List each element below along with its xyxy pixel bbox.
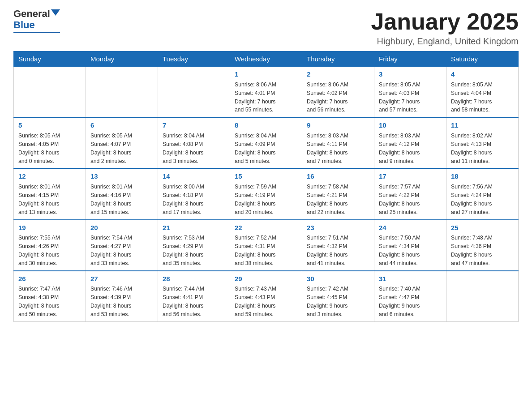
calendar-week-row: 1Sunrise: 8:06 AM Sunset: 4:01 PM Daylig… xyxy=(14,67,519,118)
table-row: 10Sunrise: 8:03 AM Sunset: 4:12 PM Dayli… xyxy=(374,117,446,168)
table-row: 12Sunrise: 8:01 AM Sunset: 4:15 PM Dayli… xyxy=(14,168,86,219)
day-info: Sunrise: 7:47 AM Sunset: 4:38 PM Dayligh… xyxy=(18,285,81,319)
table-row xyxy=(86,67,158,118)
table-row: 11Sunrise: 8:02 AM Sunset: 4:13 PM Dayli… xyxy=(446,117,519,168)
day-info: Sunrise: 7:46 AM Sunset: 4:39 PM Dayligh… xyxy=(90,285,153,319)
day-info: Sunrise: 7:42 AM Sunset: 4:45 PM Dayligh… xyxy=(307,285,369,319)
table-row: 9Sunrise: 8:03 AM Sunset: 4:11 PM Daylig… xyxy=(302,117,374,168)
day-info: Sunrise: 8:01 AM Sunset: 4:15 PM Dayligh… xyxy=(18,183,81,217)
logo: General Blue xyxy=(13,9,60,33)
day-number: 7 xyxy=(163,120,225,131)
col-wednesday: Wednesday xyxy=(230,51,302,67)
table-row: 25Sunrise: 7:48 AM Sunset: 4:36 PM Dayli… xyxy=(446,220,519,271)
location-label: Highbury, England, United Kingdom xyxy=(371,36,519,47)
table-row: 29Sunrise: 7:43 AM Sunset: 4:43 PM Dayli… xyxy=(230,271,302,322)
day-info: Sunrise: 8:05 AM Sunset: 4:07 PM Dayligh… xyxy=(90,132,153,166)
day-info: Sunrise: 8:06 AM Sunset: 4:02 PM Dayligh… xyxy=(307,81,369,115)
day-info: Sunrise: 7:53 AM Sunset: 4:29 PM Dayligh… xyxy=(163,234,225,268)
table-row xyxy=(14,67,86,118)
table-row xyxy=(446,271,519,322)
day-info: Sunrise: 8:04 AM Sunset: 4:09 PM Dayligh… xyxy=(235,132,297,166)
col-monday: Monday xyxy=(86,51,158,67)
day-info: Sunrise: 7:48 AM Sunset: 4:36 PM Dayligh… xyxy=(451,234,514,268)
day-number: 23 xyxy=(307,223,369,233)
day-info: Sunrise: 7:58 AM Sunset: 4:21 PM Dayligh… xyxy=(307,183,369,217)
day-number: 2 xyxy=(307,69,369,80)
table-row: 26Sunrise: 7:47 AM Sunset: 4:38 PM Dayli… xyxy=(14,271,86,322)
table-row: 18Sunrise: 7:56 AM Sunset: 4:24 PM Dayli… xyxy=(446,168,519,219)
calendar-week-row: 19Sunrise: 7:55 AM Sunset: 4:26 PM Dayli… xyxy=(14,220,519,271)
day-info: Sunrise: 8:01 AM Sunset: 4:16 PM Dayligh… xyxy=(90,183,153,217)
day-number: 25 xyxy=(451,223,514,233)
day-info: Sunrise: 8:05 AM Sunset: 4:04 PM Dayligh… xyxy=(451,81,514,115)
day-number: 31 xyxy=(379,274,442,284)
calendar-title: January 2025 xyxy=(371,9,519,34)
day-number: 20 xyxy=(90,223,153,233)
day-number: 13 xyxy=(90,171,153,182)
table-row: 3Sunrise: 8:05 AM Sunset: 4:03 PM Daylig… xyxy=(374,67,446,118)
col-sunday: Sunday xyxy=(14,51,86,67)
logo-triangle-icon xyxy=(51,9,60,17)
table-row: 22Sunrise: 7:52 AM Sunset: 4:31 PM Dayli… xyxy=(230,220,302,271)
col-thursday: Thursday xyxy=(302,51,374,67)
col-saturday: Saturday xyxy=(446,51,519,67)
table-row: 17Sunrise: 7:57 AM Sunset: 4:22 PM Dayli… xyxy=(374,168,446,219)
day-number: 18 xyxy=(451,171,514,182)
day-number: 27 xyxy=(90,274,153,284)
day-number: 26 xyxy=(18,274,81,284)
day-info: Sunrise: 8:03 AM Sunset: 4:12 PM Dayligh… xyxy=(379,132,442,166)
logo-underline xyxy=(13,32,60,33)
day-info: Sunrise: 8:06 AM Sunset: 4:01 PM Dayligh… xyxy=(235,81,297,115)
day-number: 22 xyxy=(235,223,297,233)
page-header: General Blue January 2025 Highbury, Engl… xyxy=(13,9,519,47)
title-section: January 2025 Highbury, England, United K… xyxy=(371,9,519,47)
day-number: 1 xyxy=(235,69,297,80)
day-info: Sunrise: 7:50 AM Sunset: 4:34 PM Dayligh… xyxy=(379,234,442,268)
table-row: 4Sunrise: 8:05 AM Sunset: 4:04 PM Daylig… xyxy=(446,67,519,118)
calendar-week-row: 26Sunrise: 7:47 AM Sunset: 4:38 PM Dayli… xyxy=(14,271,519,322)
table-row: 28Sunrise: 7:44 AM Sunset: 4:41 PM Dayli… xyxy=(158,271,230,322)
day-number: 15 xyxy=(235,171,297,182)
logo-general: General xyxy=(13,9,50,19)
table-row: 15Sunrise: 7:59 AM Sunset: 4:19 PM Dayli… xyxy=(230,168,302,219)
day-info: Sunrise: 7:55 AM Sunset: 4:26 PM Dayligh… xyxy=(18,234,81,268)
day-number: 9 xyxy=(307,120,369,131)
day-info: Sunrise: 8:00 AM Sunset: 4:18 PM Dayligh… xyxy=(163,183,225,217)
day-info: Sunrise: 8:02 AM Sunset: 4:13 PM Dayligh… xyxy=(451,132,514,166)
day-info: Sunrise: 8:05 AM Sunset: 4:03 PM Dayligh… xyxy=(379,81,442,115)
table-row: 8Sunrise: 8:04 AM Sunset: 4:09 PM Daylig… xyxy=(230,117,302,168)
day-info: Sunrise: 7:51 AM Sunset: 4:32 PM Dayligh… xyxy=(307,234,369,268)
day-number: 6 xyxy=(90,120,153,131)
calendar-table: Sunday Monday Tuesday Wednesday Thursday… xyxy=(13,51,519,322)
day-info: Sunrise: 7:52 AM Sunset: 4:31 PM Dayligh… xyxy=(235,234,297,268)
day-info: Sunrise: 8:04 AM Sunset: 4:08 PM Dayligh… xyxy=(163,132,225,166)
day-number: 4 xyxy=(451,69,514,80)
day-info: Sunrise: 7:54 AM Sunset: 4:27 PM Dayligh… xyxy=(90,234,153,268)
day-number: 10 xyxy=(379,120,442,131)
day-number: 17 xyxy=(379,171,442,182)
day-info: Sunrise: 7:40 AM Sunset: 4:47 PM Dayligh… xyxy=(379,285,442,319)
day-info: Sunrise: 8:05 AM Sunset: 4:05 PM Dayligh… xyxy=(18,132,81,166)
day-info: Sunrise: 7:59 AM Sunset: 4:19 PM Dayligh… xyxy=(235,183,297,217)
table-row: 13Sunrise: 8:01 AM Sunset: 4:16 PM Dayli… xyxy=(86,168,158,219)
day-number: 14 xyxy=(163,171,225,182)
table-row: 6Sunrise: 8:05 AM Sunset: 4:07 PM Daylig… xyxy=(86,117,158,168)
table-row: 5Sunrise: 8:05 AM Sunset: 4:05 PM Daylig… xyxy=(14,117,86,168)
table-row: 2Sunrise: 8:06 AM Sunset: 4:02 PM Daylig… xyxy=(302,67,374,118)
day-number: 28 xyxy=(163,274,225,284)
table-row: 16Sunrise: 7:58 AM Sunset: 4:21 PM Dayli… xyxy=(302,168,374,219)
table-row: 31Sunrise: 7:40 AM Sunset: 4:47 PM Dayli… xyxy=(374,271,446,322)
day-number: 24 xyxy=(379,223,442,233)
day-number: 12 xyxy=(18,171,81,182)
table-row: 19Sunrise: 7:55 AM Sunset: 4:26 PM Dayli… xyxy=(14,220,86,271)
day-number: 8 xyxy=(235,120,297,131)
day-number: 3 xyxy=(379,69,442,80)
table-row: 21Sunrise: 7:53 AM Sunset: 4:29 PM Dayli… xyxy=(158,220,230,271)
day-number: 11 xyxy=(451,120,514,131)
day-number: 5 xyxy=(18,120,81,131)
table-row: 1Sunrise: 8:06 AM Sunset: 4:01 PM Daylig… xyxy=(230,67,302,118)
table-row: 30Sunrise: 7:42 AM Sunset: 4:45 PM Dayli… xyxy=(302,271,374,322)
col-friday: Friday xyxy=(374,51,446,67)
table-row: 7Sunrise: 8:04 AM Sunset: 4:08 PM Daylig… xyxy=(158,117,230,168)
table-row: 27Sunrise: 7:46 AM Sunset: 4:39 PM Dayli… xyxy=(86,271,158,322)
